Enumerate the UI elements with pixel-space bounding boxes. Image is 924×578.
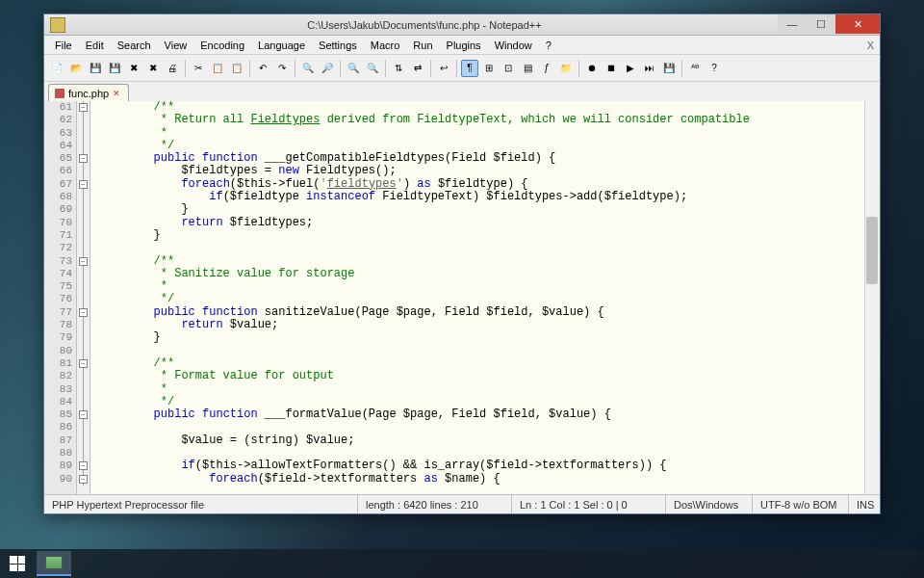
menubar-close-icon[interactable]: X bbox=[867, 39, 874, 51]
code-line[interactable]: public function ___formatValue(Page $pag… bbox=[98, 408, 880, 421]
play-multi-icon[interactable]: ⏭ bbox=[641, 60, 658, 77]
code-line[interactable]: if($fieldtype instanceof FieldtypeText) … bbox=[98, 191, 880, 203]
line-number: 64 bbox=[44, 140, 72, 152]
zoom-in-icon[interactable]: 🔍 bbox=[345, 60, 362, 77]
menu-run[interactable]: Run bbox=[406, 38, 439, 53]
toolbar-separator bbox=[340, 60, 341, 77]
open-icon[interactable]: 📂 bbox=[67, 60, 85, 77]
spell-icon[interactable]: ᴬᴮ bbox=[686, 60, 704, 77]
code-line[interactable]: * Sanitize value for storage bbox=[98, 268, 880, 280]
scrollbar-thumb[interactable] bbox=[866, 217, 878, 284]
code-line[interactable] bbox=[98, 421, 880, 434]
fold-toggle-icon[interactable]: − bbox=[79, 410, 88, 419]
code-line[interactable]: } bbox=[98, 331, 880, 344]
close-icon[interactable]: ✖ bbox=[125, 60, 142, 77]
save-macro-icon[interactable]: 💾 bbox=[660, 60, 678, 77]
code-line[interactable]: */ bbox=[98, 140, 880, 152]
menu-search[interactable]: Search bbox=[111, 38, 158, 53]
menu-plugins[interactable]: Plugins bbox=[440, 38, 488, 53]
menu-file[interactable]: File bbox=[48, 38, 79, 53]
folder-icon[interactable]: 📁 bbox=[557, 60, 575, 77]
code-line[interactable]: /** bbox=[98, 101, 880, 114]
wrap-icon[interactable]: ↩ bbox=[435, 60, 452, 77]
start-button[interactable] bbox=[0, 549, 35, 578]
code-line[interactable]: public function ___getCompatibleFieldtyp… bbox=[98, 152, 880, 165]
menu-view[interactable]: View bbox=[158, 38, 194, 53]
record-icon[interactable]: ⏺ bbox=[583, 60, 601, 77]
code-line[interactable]: */ bbox=[98, 293, 880, 305]
menu-macro[interactable]: Macro bbox=[364, 38, 407, 53]
vertical-scrollbar[interactable] bbox=[864, 101, 880, 494]
code-line[interactable]: return $fieldtypes; bbox=[98, 217, 880, 229]
code-line[interactable]: * bbox=[98, 383, 880, 396]
editor[interactable]: 6162636465666768697071727374757677787980… bbox=[44, 101, 880, 494]
code-line[interactable]: return $value; bbox=[98, 319, 880, 331]
code-line[interactable]: } bbox=[98, 229, 880, 242]
code-line[interactable]: /** bbox=[98, 255, 880, 268]
code-line[interactable]: public function sanitizeValue(Page $page… bbox=[98, 306, 880, 319]
indent-guide-icon[interactable]: ⊞ bbox=[480, 60, 498, 77]
code-line[interactable]: $value = (string) $value; bbox=[98, 434, 880, 447]
udl-icon[interactable]: ⊡ bbox=[500, 60, 517, 77]
fold-toggle-icon[interactable]: − bbox=[79, 308, 88, 317]
save-icon[interactable]: 💾 bbox=[87, 60, 104, 77]
new-icon[interactable]: 📄 bbox=[48, 60, 65, 77]
menu-edit[interactable]: Edit bbox=[79, 38, 111, 53]
menu-language[interactable]: Language bbox=[251, 38, 312, 53]
fold-toggle-icon[interactable]: − bbox=[79, 257, 88, 266]
code-content[interactable]: /** * Return all Fieldtypes derived from… bbox=[90, 101, 880, 494]
play-icon[interactable]: ▶ bbox=[622, 60, 639, 77]
tab-func-php[interactable]: func.php ✕ bbox=[48, 84, 129, 101]
fold-toggle-icon[interactable]: − bbox=[79, 461, 88, 470]
maximize-button[interactable]: ☐ bbox=[807, 14, 835, 34]
about-icon[interactable]: ? bbox=[706, 60, 723, 77]
zoom-out-icon[interactable]: 🔍 bbox=[364, 60, 381, 77]
code-line[interactable]: if($this->allowTextFormatters() && is_ar… bbox=[98, 460, 880, 472]
cut-icon[interactable]: ✂ bbox=[190, 60, 207, 77]
code-line[interactable]: foreach($this->fuel('fieldtypes') as $fi… bbox=[98, 178, 880, 191]
stop-icon[interactable]: ⏹ bbox=[603, 60, 620, 77]
code-line[interactable]: } bbox=[98, 203, 880, 216]
undo-icon[interactable]: ↶ bbox=[254, 60, 271, 77]
fold-toggle-icon[interactable]: − bbox=[79, 180, 88, 189]
fold-toggle-icon[interactable]: − bbox=[79, 154, 88, 163]
sync-h-icon[interactable]: ⇄ bbox=[409, 60, 426, 77]
menu-encoding[interactable]: Encoding bbox=[193, 38, 251, 53]
doc-map-icon[interactable]: ▤ bbox=[519, 60, 536, 77]
menu-window[interactable]: Window bbox=[488, 38, 539, 53]
sync-v-icon[interactable]: ⇅ bbox=[390, 60, 407, 77]
code-line[interactable] bbox=[98, 242, 880, 254]
code-line[interactable]: /** bbox=[98, 357, 880, 370]
redo-icon[interactable]: ↷ bbox=[273, 60, 291, 77]
code-line[interactable]: * bbox=[98, 127, 880, 140]
code-line[interactable]: */ bbox=[98, 396, 880, 408]
print-icon[interactable]: 🖨 bbox=[164, 60, 181, 77]
show-all-icon[interactable]: ¶ bbox=[461, 60, 478, 77]
taskbar-app-notepadpp[interactable] bbox=[37, 551, 71, 576]
line-number: 63 bbox=[44, 127, 72, 140]
fold-margin[interactable]: −−−−−−−−− bbox=[77, 101, 90, 494]
replace-icon[interactable]: 🔎 bbox=[319, 60, 336, 77]
code-line[interactable]: * Format value for output bbox=[98, 370, 880, 382]
close-button[interactable]: ✕ bbox=[835, 14, 880, 34]
copy-icon[interactable]: 📋 bbox=[209, 60, 226, 77]
code-line[interactable]: * Return all Fieldtypes derived from Fie… bbox=[98, 114, 880, 126]
code-line[interactable]: foreach($field->textformatters as $name)… bbox=[98, 473, 880, 486]
find-icon[interactable]: 🔍 bbox=[299, 60, 317, 77]
save-all-icon[interactable]: 💾 bbox=[106, 60, 123, 77]
minimize-button[interactable]: — bbox=[778, 14, 807, 34]
close-all-icon[interactable]: ✖ bbox=[144, 60, 162, 77]
fold-toggle-icon[interactable]: − bbox=[79, 475, 88, 484]
code-line[interactable] bbox=[98, 447, 880, 460]
code-line[interactable]: $fieldtypes = new Fieldtypes(); bbox=[98, 165, 880, 177]
titlebar[interactable]: C:\Users\Jakub\Documents\func.php - Note… bbox=[44, 14, 880, 36]
menu-help[interactable]: ? bbox=[539, 38, 558, 53]
code-line[interactable] bbox=[98, 345, 880, 357]
tab-close-icon[interactable]: ✕ bbox=[113, 89, 122, 98]
code-line[interactable]: * bbox=[98, 280, 880, 293]
fold-toggle-icon[interactable]: − bbox=[79, 103, 88, 112]
paste-icon[interactable]: 📋 bbox=[228, 60, 245, 77]
menu-settings[interactable]: Settings bbox=[312, 38, 364, 53]
func-list-icon[interactable]: ƒ bbox=[538, 60, 555, 77]
fold-toggle-icon[interactable]: − bbox=[79, 359, 88, 368]
